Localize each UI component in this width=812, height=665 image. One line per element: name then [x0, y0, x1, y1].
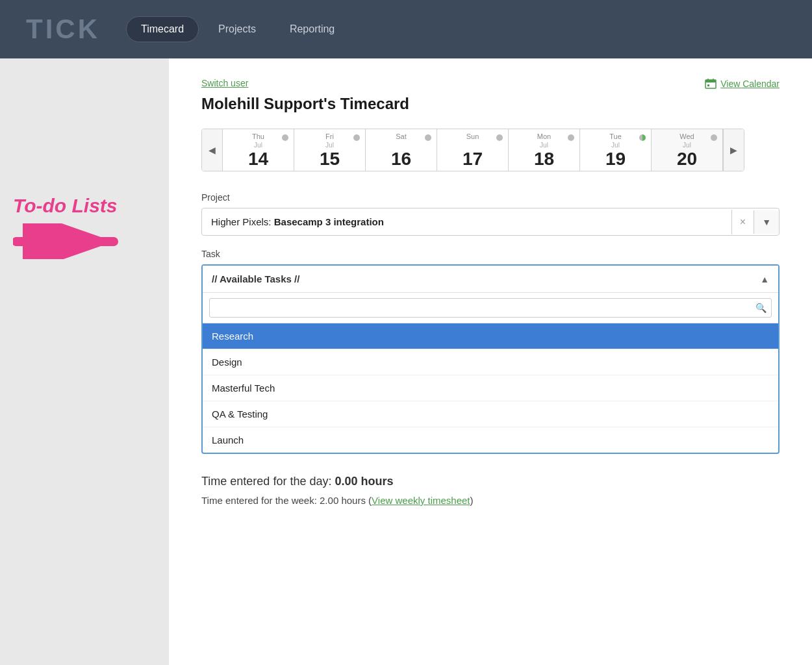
date-day-wed: Wed — [679, 132, 694, 140]
view-calendar-text: View Calendar — [720, 79, 780, 89]
date-month-sun — [472, 142, 474, 149]
time-day-value: 0.00 hours — [335, 475, 393, 488]
search-icon: 🔍 — [755, 303, 767, 313]
page-body: To-do Lists Switch user — [0, 58, 812, 665]
time-day-prefix: Time entered for the day: — [201, 475, 335, 488]
date-month-sat — [400, 142, 402, 149]
date-cell-mon[interactable]: Mon Jul 18 — [509, 129, 580, 171]
project-prefix: Higher Pixels: — [211, 216, 274, 227]
todo-label: To-do Lists — [13, 195, 130, 217]
header: TICK Timecard Projects Reporting — [0, 0, 812, 58]
date-dot-fri — [353, 134, 360, 141]
task-collapse-icon[interactable]: ▲ — [760, 274, 769, 284]
main-content: Switch user View Calendar Molehill Suppo… — [169, 58, 812, 665]
project-clear-button[interactable]: × — [731, 210, 754, 234]
task-option-qa-testing[interactable]: QA & Testing — [203, 401, 778, 427]
calendar-icon — [705, 78, 717, 90]
date-day-fri: Fri — [325, 132, 334, 140]
nav-timecard[interactable]: Timecard — [126, 16, 199, 42]
project-bold: Basecamp 3 integration — [274, 216, 384, 227]
date-day-sun: Sun — [466, 132, 479, 140]
date-day-tue: Tue — [609, 132, 622, 140]
date-cell-wed[interactable]: Wed Jul 20 — [652, 129, 723, 171]
date-num-sat: 16 — [391, 150, 411, 168]
date-num-mon: 18 — [534, 150, 554, 168]
date-month-fri: Jul — [325, 142, 334, 149]
date-dot-thu — [282, 134, 288, 141]
task-option-masterful-tech[interactable]: Masterful Tech — [203, 375, 778, 401]
date-month-tue: Jul — [611, 142, 620, 149]
date-num-thu: 14 — [248, 150, 268, 168]
date-day-mon: Mon — [537, 132, 551, 140]
task-search-input[interactable] — [209, 298, 772, 318]
time-day-text: Time entered for the day: 0.00 hours — [201, 475, 780, 488]
arrow-svg — [13, 223, 130, 259]
date-month-wed: Jul — [683, 142, 691, 149]
date-month-mon: Jul — [540, 142, 548, 149]
task-label: Task — [201, 249, 780, 259]
date-month-thu: Jul — [254, 142, 262, 149]
date-day-sat: Sat — [396, 132, 407, 140]
svg-rect-2 — [705, 80, 716, 82]
view-calendar-link[interactable]: View Calendar — [705, 78, 780, 90]
task-search-row: 🔍 — [203, 293, 778, 323]
date-dot-wed — [711, 134, 717, 141]
sidebar: To-do Lists — [0, 58, 169, 665]
main-nav: Timecard Projects Reporting — [126, 16, 349, 42]
time-week-suffix: ) — [470, 495, 474, 506]
date-dot-tue — [639, 134, 646, 141]
time-week-prefix: Time entered for the week: 2.00 hours ( — [201, 495, 372, 506]
task-option-research[interactable]: Research — [203, 323, 778, 349]
date-cell-tue[interactable]: Tue Jul 19 — [580, 129, 652, 171]
next-date-button[interactable]: ▶ — [723, 129, 744, 171]
project-value: Higher Pixels: Basecamp 3 integration — [202, 208, 731, 235]
date-cell-sat[interactable]: Sat 16 — [366, 129, 437, 171]
date-cell-fri[interactable]: Fri Jul 15 — [294, 129, 366, 171]
date-num-wed: 20 — [677, 150, 697, 168]
date-num-fri: 15 — [320, 150, 340, 168]
svg-rect-5 — [707, 84, 709, 86]
top-row: Switch user View Calendar — [201, 78, 780, 90]
date-num-sun: 17 — [463, 150, 483, 168]
task-dropdown: // Available Tasks // ▲ 🔍 Research Desig… — [201, 264, 780, 454]
switch-user-link[interactable]: Switch user — [201, 78, 248, 88]
pink-arrow — [13, 223, 130, 262]
date-day-thu: Thu — [252, 132, 264, 140]
task-option-launch[interactable]: Launch — [203, 427, 778, 453]
task-search-wrapper: 🔍 — [209, 298, 772, 318]
date-dot-sun — [496, 134, 503, 141]
time-info: Time entered for the day: 0.00 hours Tim… — [201, 475, 780, 506]
project-dropdown-button[interactable]: ▼ — [754, 210, 779, 234]
project-select: Higher Pixels: Basecamp 3 integration × … — [201, 208, 780, 236]
project-label: Project — [201, 192, 780, 203]
nav-reporting[interactable]: Reporting — [275, 17, 349, 42]
task-available-label: // Available Tasks // — [212, 273, 299, 284]
date-num-tue: 19 — [605, 150, 626, 168]
date-dot-sat — [425, 134, 431, 141]
nav-projects[interactable]: Projects — [204, 17, 270, 42]
date-dot-mon — [568, 134, 574, 141]
task-option-design[interactable]: Design — [203, 349, 778, 375]
time-week-text: Time entered for the week: 2.00 hours (V… — [201, 495, 780, 506]
logo: TICK — [26, 14, 100, 45]
date-cell-sun[interactable]: Sun 17 — [437, 129, 509, 171]
annotation: To-do Lists — [13, 195, 130, 262]
date-cell-thu[interactable]: Thu Jul 14 — [223, 129, 294, 171]
view-weekly-timesheet-link[interactable]: View weekly timesheet — [372, 495, 470, 506]
prev-date-button[interactable]: ◀ — [202, 129, 223, 171]
task-dropdown-header[interactable]: // Available Tasks // ▲ — [203, 266, 778, 293]
date-nav: ◀ Thu Jul 14 Fri Jul 15 Sat 16 Sun — [201, 129, 744, 171]
page-title: Molehill Support's Timecard — [201, 95, 780, 113]
